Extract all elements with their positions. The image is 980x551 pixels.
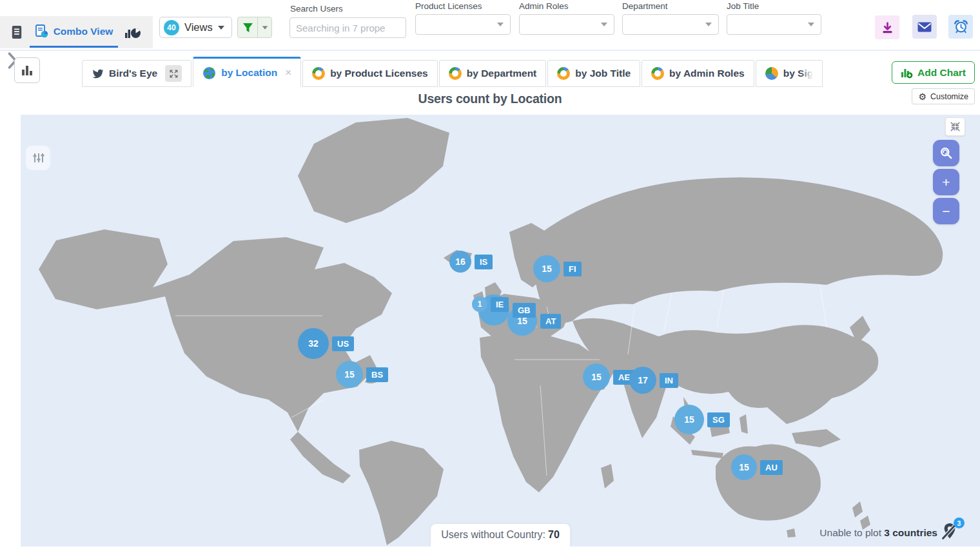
tab-by-admin-roles[interactable]: by Admin Roles bbox=[642, 60, 754, 87]
customize-button[interactable]: ⚙ Customize bbox=[912, 88, 975, 104]
map-settings-button[interactable] bbox=[26, 146, 50, 170]
combo-view-icon bbox=[35, 24, 49, 39]
map-zoom-out-button[interactable]: − bbox=[933, 198, 959, 224]
donut-chart-icon bbox=[449, 67, 462, 80]
map-zoom-reset-button[interactable] bbox=[933, 140, 959, 166]
filter-group-department: Department bbox=[622, 1, 719, 35]
filter-split-button bbox=[237, 17, 272, 38]
marker-country-code: GB bbox=[513, 303, 536, 318]
marker-count: 1 bbox=[478, 300, 482, 309]
filter-label: Job Title bbox=[727, 1, 821, 11]
filter-dropdown-product-licenses[interactable] bbox=[415, 14, 511, 35]
pie-chart-icon bbox=[765, 67, 778, 80]
unplottable-countries-indicator[interactable]: 3 bbox=[940, 521, 962, 543]
expand-tab-button[interactable] bbox=[165, 65, 182, 82]
search-users-label: Search Users bbox=[290, 4, 343, 14]
chart-tabs-row: Bird's Eye by Location × by Product Lice… bbox=[0, 52, 980, 87]
tab-label: Bird's Eye bbox=[109, 68, 157, 79]
minus-icon: − bbox=[942, 204, 950, 218]
unplottable-count-badge: 3 bbox=[954, 517, 965, 528]
close-icon[interactable]: × bbox=[285, 66, 291, 79]
list-view-button[interactable] bbox=[8, 23, 26, 41]
view-switcher-strip: Combo View bbox=[0, 16, 153, 48]
active-view-underline bbox=[30, 46, 118, 48]
charts-view-button[interactable] bbox=[122, 23, 143, 41]
tab-label: by Location bbox=[221, 67, 277, 79]
marker-count-bubble[interactable]: 15 bbox=[674, 405, 704, 434]
map-zoom-in-button[interactable]: + bbox=[933, 169, 959, 195]
tab-by-product-licenses[interactable]: by Product Licenses bbox=[302, 60, 438, 87]
users-without-country-label: Users without Country: bbox=[441, 529, 545, 540]
tab-label: by Sig bbox=[783, 68, 814, 79]
bar-chart-icon bbox=[21, 64, 34, 77]
globe-icon bbox=[202, 66, 216, 80]
filter-group-job-title: Job Title bbox=[727, 1, 821, 35]
marker-count: 15 bbox=[591, 372, 602, 382]
plus-icon: + bbox=[942, 175, 950, 189]
mail-icon bbox=[917, 21, 932, 34]
tab-by-department[interactable]: by Department bbox=[439, 60, 547, 87]
filter-funnel-icon bbox=[242, 23, 253, 33]
schedule-alert-button[interactable] bbox=[948, 15, 973, 39]
tab-label: by Department bbox=[467, 68, 537, 79]
filter-button[interactable] bbox=[238, 17, 258, 37]
tab-by-location[interactable]: by Location × bbox=[193, 57, 301, 87]
views-count-badge: 40 bbox=[164, 20, 179, 35]
donut-chart-icon bbox=[557, 67, 570, 80]
users-without-country-value: 70 bbox=[548, 529, 560, 540]
marker-country-code: AT bbox=[540, 314, 561, 329]
search-users-input[interactable] bbox=[289, 17, 406, 38]
views-dropdown-button[interactable]: 40 Views bbox=[159, 17, 232, 38]
marker-count-bubble[interactable]: 15 bbox=[336, 361, 363, 388]
add-chart-button[interactable]: Add Chart bbox=[892, 61, 975, 84]
unable-to-plot-count: 3 countries bbox=[884, 527, 937, 538]
tab-bird-s-eye[interactable]: Bird's Eye bbox=[82, 60, 191, 87]
chart-title: Users count by Location bbox=[0, 92, 980, 106]
views-label: Views bbox=[184, 21, 213, 34]
alarm-clock-icon bbox=[954, 19, 968, 34]
filter-dropdown-department[interactable] bbox=[622, 14, 719, 35]
marker-count-bubble[interactable]: 17 bbox=[629, 367, 656, 394]
filter-group-product-licenses: Product Licenses bbox=[415, 1, 511, 35]
chart-list-button[interactable] bbox=[14, 57, 40, 83]
chevron-down-icon bbox=[218, 26, 224, 30]
export-download-button[interactable] bbox=[875, 15, 899, 39]
users-without-country-box: Users without Country:70 bbox=[431, 524, 570, 546]
tab-label: by Admin Roles bbox=[669, 68, 745, 79]
marker-country-code: BS bbox=[366, 367, 388, 382]
customize-label: Customize bbox=[930, 92, 968, 101]
chevron-down-icon bbox=[808, 23, 814, 26]
chevron-down-icon bbox=[705, 23, 712, 26]
filter-options-button[interactable] bbox=[258, 17, 271, 37]
tabs-strip: Bird's Eye by Location × by Product Lice… bbox=[82, 57, 824, 87]
marker-count-bubble[interactable]: 32 bbox=[298, 328, 329, 359]
chevron-down-icon bbox=[601, 23, 607, 26]
filter-label: Admin Roles bbox=[519, 1, 614, 11]
tab-combo-view[interactable]: Combo View bbox=[30, 16, 118, 46]
add-chart-icon bbox=[901, 66, 913, 79]
gear-icon: ⚙ bbox=[918, 92, 926, 101]
marker-count-bubble[interactable]: 15 bbox=[731, 454, 757, 480]
marker-count-bubble[interactable]: 15 bbox=[533, 255, 560, 282]
filter-group-admin-roles: Admin Roles bbox=[519, 1, 614, 35]
tab-by-sig[interactable]: by Sig bbox=[756, 60, 823, 87]
marker-count: 16 bbox=[455, 256, 466, 267]
map-collapse-button[interactable] bbox=[945, 117, 965, 136]
marker-count-bubble[interactable]: 16 bbox=[449, 251, 471, 273]
filter-dropdown-admin-roles[interactable] bbox=[519, 14, 614, 35]
world-map-chart[interactable]: 16 IS 15 FI 15 AT GB 1 IE bbox=[21, 115, 980, 546]
filter-label: Department bbox=[622, 1, 719, 11]
tab-label: by Job Title bbox=[575, 68, 631, 79]
expand-icon bbox=[169, 69, 179, 79]
marker-count-bubble[interactable]: 1 bbox=[472, 296, 487, 312]
marker-count-bubble[interactable]: 15 bbox=[583, 363, 610, 391]
app-window: Combo View 40 Views Search Users Product… bbox=[0, 0, 980, 551]
email-button[interactable] bbox=[912, 15, 937, 39]
marker-count: 15 bbox=[344, 369, 355, 380]
world-map-land bbox=[21, 115, 980, 546]
tab-by-job-title[interactable]: by Job Title bbox=[547, 60, 640, 87]
marker-count: 15 bbox=[684, 414, 694, 425]
add-chart-label: Add Chart bbox=[917, 67, 966, 79]
filter-dropdown-job-title[interactable] bbox=[727, 14, 821, 35]
collapse-arrows-icon bbox=[950, 121, 961, 132]
